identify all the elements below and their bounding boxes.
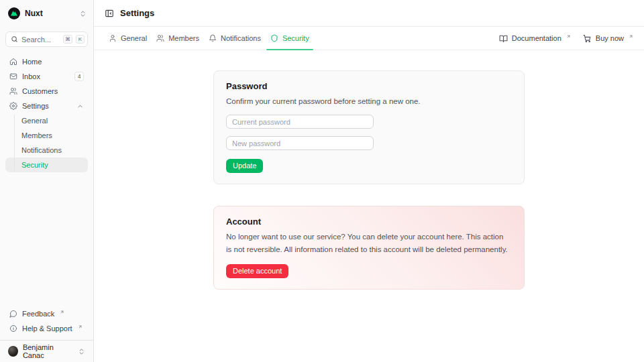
external-link-icon [566,34,571,39]
panel-left-close-icon[interactable] [105,9,114,18]
kbd-k: K [76,35,85,44]
sidebar-item-notifications[interactable]: Notifications [5,143,88,158]
new-password-field[interactable] [226,136,374,150]
sidebar-nav: Home Inbox 4 Customers Settings [0,54,93,172]
delete-account-button[interactable]: Delete account [226,264,288,278]
tabs-bar: General Members Notifications Security [94,27,644,50]
sidebar-item-label: Inbox [22,72,40,80]
avatar [8,346,18,357]
tab-members[interactable]: Members [152,27,203,50]
tab-general[interactable]: General [105,27,151,50]
info-circle-icon [9,324,17,333]
sidebar: Nuxt Search... ⌘ K Home Inbox 4 [0,0,94,362]
chevron-up-icon [76,103,84,110]
current-password-field[interactable] [226,115,374,129]
nuxt-logo-icon [8,7,20,19]
sidebar-footer-nav: Feedback Help & Support [0,306,93,340]
documentation-link[interactable]: Documentation [499,34,571,43]
tab-security[interactable]: Security [266,27,313,50]
users-icon [9,87,17,95]
cart-icon [583,34,592,43]
buy-now-link[interactable]: Buy now [583,34,633,43]
user-icon [109,34,117,42]
users-icon [156,34,164,42]
user-name: Benjamin Canac [23,343,73,359]
account-card-description: No longer want to use our service? You c… [226,231,511,255]
sidebar-item-label: Settings [22,102,49,110]
sidebar-item-home[interactable]: Home [5,54,88,69]
account-card-title: Account [226,217,512,227]
external-link-icon [60,310,64,314]
chat-bubble-icon [9,310,17,318]
kbd-meta: ⌘ [63,35,72,44]
house-icon [9,58,17,66]
search-input[interactable]: Search... ⌘ K [5,32,88,47]
mail-icon [9,72,17,80]
password-card-title: Password [226,81,512,91]
team-switcher[interactable]: Nuxt [0,0,93,27]
settings-security-content: Password Confirm your current password b… [94,50,644,362]
sidebar-spacer [0,172,93,306]
page-header: Settings [94,0,644,27]
sidebar-item-label: Home [22,58,42,66]
password-card: Password Confirm your current password b… [213,70,525,184]
user-menu[interactable]: Benjamin Canac [5,343,88,359]
sidebar-item-general[interactable]: General [5,113,88,128]
account-card: Account No longer want to use our servic… [213,206,525,290]
inbox-count-badge: 4 [74,72,84,81]
sidebar-item-help-support[interactable]: Help & Support [5,321,88,336]
book-open-icon [499,34,508,43]
chevron-up-down-icon [78,348,85,355]
sidebar-item-label: Customers [22,87,58,95]
search-icon [11,36,18,43]
sidebar-item-members[interactable]: Members [5,128,88,143]
external-link-icon [78,324,83,329]
update-password-button[interactable]: Update [226,159,263,173]
gear-icon [9,102,17,110]
tab-notifications[interactable]: Notifications [205,27,265,50]
main-panel: Settings General Members Notifications S… [94,0,644,362]
settings-subnav: General Members Notifications Security [5,113,88,172]
search-placeholder: Search... [21,36,60,44]
sidebar-item-inbox[interactable]: Inbox 4 [5,69,88,84]
brand-name: Nuxt [25,9,43,18]
header-links: Documentation Buy now [499,34,633,43]
external-link-icon [629,34,633,39]
sidebar-item-customers[interactable]: Customers [5,84,88,99]
bell-icon [209,34,217,42]
chevron-up-down-icon [79,10,87,17]
sidebar-item-security[interactable]: Security [5,158,88,172]
password-card-description: Confirm your current password before set… [226,95,511,107]
sidebar-item-settings[interactable]: Settings [5,99,88,113]
shield-icon [270,34,278,42]
sidebar-item-feedback[interactable]: Feedback [5,306,88,321]
page-title: Settings [120,8,154,18]
